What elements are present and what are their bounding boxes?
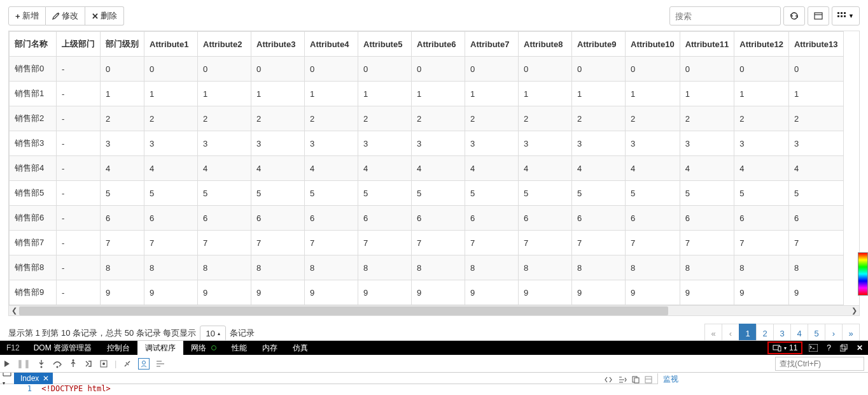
source-map-icon[interactable] xyxy=(618,376,627,384)
table-row[interactable]: 销售部9-99999999999999 xyxy=(10,280,844,305)
devtools-tab[interactable]: 网络 xyxy=(183,341,224,355)
table-cell: 9 xyxy=(251,280,305,305)
search-input[interactable] xyxy=(669,6,781,25)
compare-icon[interactable] xyxy=(632,376,640,384)
column-header[interactable]: Attribute7 xyxy=(465,32,519,57)
table-row[interactable]: 销售部5-55555555555555 xyxy=(10,181,844,206)
table-row[interactable]: 销售部2-22222222222222 xyxy=(10,106,844,131)
table-row[interactable]: 销售部4-44444444444444 xyxy=(10,156,844,181)
devtools-tab[interactable]: 调试程序 xyxy=(137,341,183,355)
table-cell: 0 xyxy=(734,57,789,82)
find-input[interactable] xyxy=(775,357,864,371)
devtools-tab[interactable]: 控制台 xyxy=(99,341,137,355)
column-header[interactable]: 部门级别 xyxy=(101,32,144,57)
scroll-right-icon[interactable]: ❯ xyxy=(849,306,859,316)
pause-icon[interactable]: ❚❚ xyxy=(17,359,31,368)
column-header[interactable]: 部门名称 xyxy=(10,32,57,57)
column-header[interactable]: Attribute3 xyxy=(251,32,305,57)
just-my-code-icon[interactable] xyxy=(138,358,150,370)
table-cell: 3 xyxy=(251,131,305,156)
table-cell: 3 xyxy=(198,131,251,156)
table-cell: 2 xyxy=(680,106,734,131)
devtools-tab[interactable]: 仿真 xyxy=(285,341,316,355)
devtools-tabbar-right: ▾ 11 ? ✕ xyxy=(767,341,865,354)
column-header[interactable]: Attribute13 xyxy=(788,32,843,57)
column-header[interactable]: Attribute6 xyxy=(412,32,465,57)
help-icon[interactable]: ? xyxy=(824,343,834,352)
table-cell: 8 xyxy=(358,255,412,280)
table-cell: 5 xyxy=(101,181,144,206)
table-cell: 3 xyxy=(734,131,789,156)
column-header[interactable]: Attribute4 xyxy=(305,32,358,57)
table-row[interactable]: 销售部6-66666666666666 xyxy=(10,206,844,231)
footer-info: 显示第 1 到第 10 条记录，总共 50 条记录 每页显示 10 ▴ 条记录 xyxy=(8,326,255,341)
step-over-icon[interactable] xyxy=(52,359,62,368)
table-row[interactable]: 销售部8-88888888888888 xyxy=(10,255,844,280)
column-header[interactable]: 上级部门 xyxy=(57,32,101,57)
caret-down-icon: ▼ xyxy=(848,13,854,19)
refresh-button[interactable] xyxy=(783,6,805,25)
column-header[interactable]: Attribute9 xyxy=(572,32,626,57)
table-cell: 6 xyxy=(519,206,572,231)
table-cell: 7 xyxy=(251,231,305,255)
table-row[interactable]: 销售部1-11111111111111 xyxy=(10,82,844,106)
column-header[interactable]: Attribute2 xyxy=(198,32,251,57)
table-cell: 9 xyxy=(519,280,572,305)
continue-icon[interactable] xyxy=(4,360,10,368)
table-cell: 7 xyxy=(305,231,358,255)
console-toggle-icon[interactable] xyxy=(806,344,820,352)
table-cell: 5 xyxy=(358,181,412,206)
column-header[interactable]: Attribute10 xyxy=(626,32,680,57)
break-new-worker-icon[interactable] xyxy=(84,359,93,368)
delete-label: 删除 xyxy=(101,10,117,22)
table-row[interactable]: 销售部0-00000000000000 xyxy=(10,57,844,82)
tab-label: 网络 xyxy=(191,343,206,354)
scroll-thumb[interactable] xyxy=(19,306,668,315)
page-size-select[interactable]: 10 ▴ xyxy=(200,326,225,341)
close-icon[interactable]: ✕ xyxy=(854,343,865,352)
column-header[interactable]: Attribute1 xyxy=(144,32,198,57)
table-cell: 6 xyxy=(572,206,626,231)
emulation-indicator[interactable]: ▾ 11 xyxy=(767,341,802,354)
table-cell: 销售部2 xyxy=(10,106,57,131)
code-editor[interactable]: 1 <!DOCTYPE html> xyxy=(0,384,658,393)
color-picker-strip[interactable] xyxy=(858,252,868,296)
close-tab-icon[interactable]: ✕ xyxy=(43,374,49,383)
table-row[interactable]: 销售部7-77777777777777 xyxy=(10,231,844,255)
column-header[interactable]: Attribute12 xyxy=(734,32,789,57)
devtools-tab[interactable]: DOM 资源管理器 xyxy=(26,341,99,355)
columns-button[interactable]: ▼ xyxy=(832,6,860,25)
edit-button[interactable]: 修改 xyxy=(46,6,85,25)
word-wrap-icon[interactable] xyxy=(604,376,613,384)
column-header[interactable]: Attribute8 xyxy=(519,32,572,57)
devtools-tab[interactable]: 内存 xyxy=(255,341,285,355)
step-out-icon[interactable] xyxy=(69,359,78,368)
column-header[interactable]: Attribute5 xyxy=(358,32,412,57)
add-button[interactable]: + 新增 xyxy=(8,6,46,25)
table-cell: 8 xyxy=(519,255,572,280)
devtools-tab[interactable]: 性能 xyxy=(224,341,255,355)
step-into-icon[interactable] xyxy=(37,359,46,368)
table-cell: 4 xyxy=(198,156,251,181)
watch-label[interactable]: 监视 xyxy=(663,375,678,384)
pretty-print-icon[interactable] xyxy=(156,360,165,368)
table-cell: 4 xyxy=(305,156,358,181)
undock-icon[interactable] xyxy=(837,344,850,352)
disconnect-icon[interactable] xyxy=(123,359,132,368)
toggle-button[interactable] xyxy=(808,6,829,25)
table-cell: 4 xyxy=(465,156,519,181)
svg-point-13 xyxy=(41,366,43,368)
f12-label: F12 xyxy=(0,343,26,352)
options-icon[interactable] xyxy=(645,376,652,384)
delete-button[interactable]: ✕ 删除 xyxy=(85,6,124,25)
table-cell: 6 xyxy=(734,206,789,231)
scroll-left-icon[interactable]: ❮ xyxy=(9,306,19,316)
column-header[interactable]: Attribute11 xyxy=(680,32,734,57)
horizontal-scrollbar[interactable]: ❮ ❯ xyxy=(9,305,859,315)
table-cell: 5 xyxy=(305,181,358,206)
exception-control-icon[interactable] xyxy=(99,359,108,368)
table-row[interactable]: 销售部3-33333333333333 xyxy=(10,131,844,156)
file-tab-index[interactable]: Index ✕ xyxy=(14,373,53,384)
table-cell: 5 xyxy=(412,181,465,206)
table-cell: 1 xyxy=(519,82,572,106)
